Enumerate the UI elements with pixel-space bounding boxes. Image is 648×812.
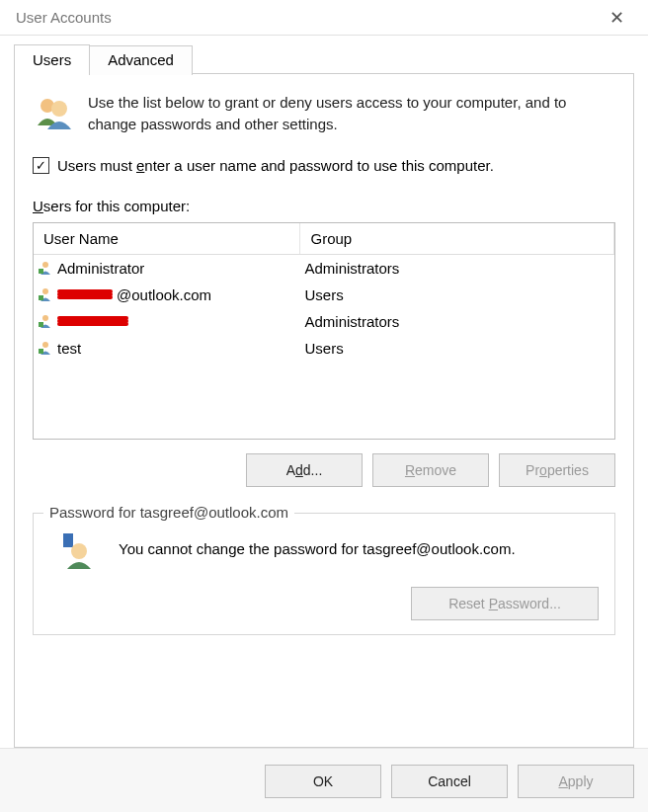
svg-rect-5 [39,295,43,300]
tab-advanced[interactable]: Advanced [89,45,193,75]
svg-point-1 [51,101,67,117]
svg-rect-10 [63,533,73,547]
table-row[interactable]: testUsers [34,335,614,362]
titlebar: User Accounts ✕ [0,0,648,36]
tab-panel-users: Use the list below to grant or deny user… [14,73,634,748]
table-row[interactable]: AdministratorAdministrators [34,255,614,282]
users-icon [33,92,74,133]
password-message: You cannot change the password for tasgr… [119,540,516,557]
listview-header: User Name Group [34,223,614,255]
require-password-label: Users must enter a user name and passwor… [57,157,494,174]
tab-users[interactable]: Users [14,44,90,74]
add-button[interactable]: Add... [246,453,363,487]
user-row-icon [38,286,53,302]
group-cell: Users [304,286,343,303]
svg-point-11 [71,543,87,559]
reset-password-button: Reset Password... [411,587,599,620]
user-row-icon [38,340,53,356]
require-password-checkbox[interactable]: ✓ [33,157,49,174]
group-cell: Administrators [304,260,399,277]
column-username[interactable]: User Name [34,223,300,254]
cancel-button[interactable]: Cancel [391,765,508,798]
column-group[interactable]: Group [300,223,614,254]
svg-point-6 [42,315,48,321]
properties-button: Properties [499,453,615,487]
table-row[interactable]: @outlook.comUsers [34,282,614,308]
require-password-row[interactable]: ✓ Users must enter a user name and passw… [33,157,615,174]
ok-button[interactable]: OK [265,765,381,798]
users-listview[interactable]: User Name Group AdministratorAdministrat… [33,222,615,440]
svg-point-2 [42,262,48,268]
user-row-icon [38,313,53,329]
dialog-footer: OK Cancel Apply [0,748,648,812]
user-row-icon [38,260,53,276]
svg-point-8 [42,342,48,348]
group-cell: Administrators [304,313,399,330]
svg-point-4 [42,288,48,294]
password-groupbox-title: Password for tasgreef@outlook.com [43,504,294,521]
svg-rect-7 [39,322,43,327]
group-cell: Users [304,340,343,357]
table-row[interactable]: Administrators [34,308,614,335]
key-user-icon [57,529,93,569]
window-title: User Accounts [16,9,112,26]
password-groupbox: Password for tasgreef@outlook.com You ca… [33,513,615,635]
apply-button: Apply [518,765,634,798]
close-icon[interactable]: ✕ [596,3,638,33]
users-list-label: Users for this computer: [33,198,615,214]
intro-text: Use the list below to grant or deny user… [88,92,615,135]
svg-rect-3 [39,269,43,274]
remove-button: Remove [372,453,489,487]
tab-strip: Users Advanced [0,36,648,73]
svg-rect-9 [39,349,43,354]
